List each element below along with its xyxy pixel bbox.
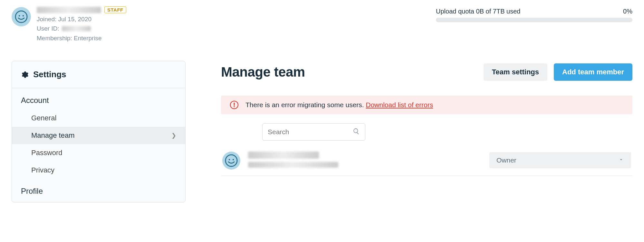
search-icon <box>353 128 360 136</box>
search-input-wrap[interactable] <box>262 123 365 141</box>
add-team-member-button[interactable]: Add team member <box>554 63 632 81</box>
role-select[interactable]: Owner <box>489 152 631 168</box>
avatar <box>12 7 31 26</box>
team-member-row: Owner <box>221 148 632 176</box>
svg-point-0 <box>15 11 27 23</box>
user-summary: STAFF Joined: Jul 15, 2020 User ID: Memb… <box>12 6 126 43</box>
page-title: Manage team <box>221 64 305 80</box>
upload-quota: Upload quota 0B of 7TB used 0% <box>436 6 632 22</box>
team-settings-button[interactable]: Team settings <box>484 63 547 81</box>
staff-badge: STAFF <box>104 6 126 13</box>
quota-bar <box>436 18 632 22</box>
alert-text: There is an error migrating some users. … <box>245 101 433 109</box>
svg-point-1 <box>19 15 20 16</box>
sidebar-header: Settings <box>12 61 185 88</box>
sidebar-item-general[interactable]: General <box>12 109 185 127</box>
chevron-right-icon: ❯ <box>171 132 176 139</box>
svg-point-2 <box>23 15 24 16</box>
sidebar-item-manage-team[interactable]: Manage team ❯ <box>12 127 185 144</box>
sidebar-section-profile[interactable]: Profile <box>12 179 185 202</box>
error-alert: ! There is an error migrating some users… <box>221 96 632 114</box>
quota-text: Upload quota 0B of 7TB used <box>436 8 520 15</box>
userid-line: User ID: <box>37 24 126 33</box>
sidebar-item-password[interactable]: Password <box>12 144 185 162</box>
svg-point-3 <box>226 155 237 166</box>
chevron-down-icon <box>618 156 624 164</box>
role-select-value: Owner <box>496 156 516 164</box>
download-errors-link[interactable]: Download list of errors <box>366 101 433 108</box>
membership-line: Membership: Enterprise <box>37 33 126 43</box>
quota-percent: 0% <box>623 8 632 15</box>
svg-point-5 <box>233 159 234 160</box>
alert-icon: ! <box>230 101 238 109</box>
sidebar-item-privacy[interactable]: Privacy <box>12 162 185 179</box>
user-name-redacted <box>37 7 101 13</box>
sidebar-title: Settings <box>33 70 66 79</box>
userid-redacted <box>62 26 91 31</box>
member-email-redacted <box>248 162 338 168</box>
svg-point-4 <box>229 159 230 160</box>
joined-line: Joined: Jul 15, 2020 <box>37 14 126 24</box>
settings-sidebar: Settings Account General Manage team ❯ P… <box>12 61 186 202</box>
member-name-redacted <box>248 152 319 159</box>
search-input[interactable] <box>268 128 353 136</box>
gear-icon <box>21 71 29 79</box>
sidebar-section-account[interactable]: Account <box>12 88 185 109</box>
main-content: Manage team Team settings Add team membe… <box>221 61 632 176</box>
member-avatar <box>222 152 240 170</box>
